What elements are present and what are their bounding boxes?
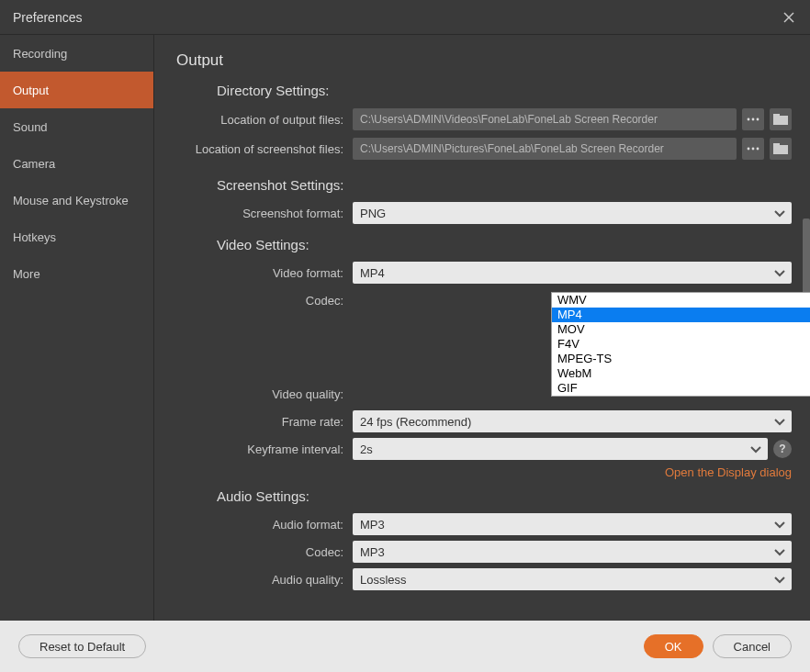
select-value: MP3 <box>360 545 385 559</box>
close-button[interactable] <box>781 9 797 26</box>
dropdown-option-wmv[interactable]: WMV <box>552 293 810 308</box>
sidebar-item-hotkeys[interactable]: Hotkeys <box>0 218 153 255</box>
chevron-down-icon <box>773 573 786 587</box>
sidebar-item-mouse-keystroke[interactable]: Mouse and Keystroke <box>0 182 153 218</box>
keyframe-interval-select[interactable]: 2s <box>353 438 768 460</box>
select-value: Lossless <box>360 573 407 587</box>
screenshot-browse-button[interactable] <box>742 138 764 160</box>
audio-codec-select[interactable]: MP3 <box>353 541 792 563</box>
help-icon[interactable]: ? <box>773 440 792 458</box>
screenshot-format-select[interactable]: PNG <box>353 202 792 224</box>
dropdown-option-mp4[interactable]: MP4 <box>552 308 810 322</box>
sidebar: Recording Output Sound Camera Mouse and … <box>0 35 154 621</box>
close-icon <box>782 11 795 24</box>
dropdown-option-mov[interactable]: MOV <box>552 322 810 337</box>
folder-icon <box>773 143 788 154</box>
section-title-video: Video Settings: <box>217 237 792 252</box>
video-format-label: Video format: <box>176 266 353 280</box>
sidebar-item-label: More <box>13 267 40 281</box>
svg-rect-11 <box>773 143 780 146</box>
select-value: 2s <box>360 442 373 456</box>
video-quality-label: Video quality: <box>176 387 353 401</box>
section-title-directory: Directory Settings: <box>217 83 792 98</box>
output-location-label: Location of output files: <box>176 113 353 127</box>
dropdown-option-f4v[interactable]: F4V <box>552 337 810 352</box>
sidebar-item-more[interactable]: More <box>0 255 153 292</box>
chevron-down-icon <box>773 207 786 220</box>
select-value: PNG <box>360 207 386 220</box>
screenshot-open-folder-button[interactable] <box>770 138 792 160</box>
sidebar-item-label: Recording <box>13 47 67 61</box>
sidebar-item-output[interactable]: Output <box>0 72 153 108</box>
ellipsis-icon <box>747 118 759 121</box>
footer: Reset to Default OK Cancel <box>0 621 810 672</box>
audio-quality-label: Audio quality: <box>176 573 353 587</box>
sidebar-item-label: Mouse and Keystroke <box>13 194 129 207</box>
svg-point-3 <box>752 118 755 121</box>
audio-format-label: Audio format: <box>176 518 353 532</box>
video-codec-label: Codec: <box>176 294 353 308</box>
sidebar-item-label: Sound <box>13 120 48 134</box>
cancel-button[interactable]: Cancel <box>713 634 792 658</box>
svg-rect-6 <box>773 114 780 117</box>
keyframe-interval-label: Keyframe interval: <box>176 442 353 456</box>
ok-button[interactable]: OK <box>644 634 703 658</box>
output-open-folder-button[interactable] <box>770 108 792 130</box>
sidebar-item-label: Output <box>13 84 49 97</box>
svg-point-4 <box>757 118 759 121</box>
sidebar-item-sound[interactable]: Sound <box>0 108 153 145</box>
dropdown-option-gif[interactable]: GIF <box>552 381 810 396</box>
page-title: Output <box>176 51 792 70</box>
svg-point-9 <box>757 148 759 151</box>
sidebar-item-camera[interactable]: Camera <box>0 145 153 182</box>
open-display-dialog-link[interactable]: Open the Display dialog <box>665 465 792 479</box>
sidebar-item-recording[interactable]: Recording <box>0 35 153 72</box>
button-label: Cancel <box>734 640 771 654</box>
dropdown-option-webm[interactable]: WebM <box>552 366 810 381</box>
audio-format-select[interactable]: MP3 <box>353 513 792 535</box>
audio-codec-label: Codec: <box>176 545 353 559</box>
sidebar-item-label: Camera <box>13 157 55 171</box>
screenshot-location-label: Location of screenshot files: <box>176 142 353 156</box>
chevron-down-icon <box>773 415 786 429</box>
reset-to-default-button[interactable]: Reset to Default <box>18 634 146 658</box>
chevron-down-icon <box>773 545 786 559</box>
sidebar-item-label: Hotkeys <box>13 230 56 244</box>
audio-quality-select[interactable]: Lossless <box>353 568 792 590</box>
title-bar: Preferences <box>0 0 810 35</box>
svg-point-7 <box>748 148 750 151</box>
dropdown-option-mpeg-ts[interactable]: MPEG-TS <box>552 352 810 366</box>
select-value: MP4 <box>360 266 385 280</box>
svg-point-2 <box>748 118 750 121</box>
frame-rate-select[interactable]: 24 fps (Recommend) <box>353 410 792 432</box>
section-title-screenshot: Screenshot Settings: <box>217 177 792 193</box>
button-label: Reset to Default <box>39 640 125 654</box>
svg-rect-10 <box>773 145 788 154</box>
svg-rect-5 <box>773 116 788 125</box>
select-value: MP3 <box>360 518 385 532</box>
chevron-down-icon <box>749 442 762 456</box>
screenshot-format-label: Screenshot format: <box>176 207 353 220</box>
screenshot-location-input[interactable] <box>353 138 737 160</box>
chevron-down-icon <box>773 266 786 280</box>
folder-icon <box>773 114 788 125</box>
section-title-audio: Audio Settings: <box>217 488 792 504</box>
select-value: 24 fps (Recommend) <box>360 415 471 429</box>
window-title: Preferences <box>13 10 82 25</box>
output-location-input[interactable] <box>353 108 737 130</box>
output-browse-button[interactable] <box>742 108 764 130</box>
svg-point-8 <box>752 148 755 151</box>
frame-rate-label: Frame rate: <box>176 415 353 429</box>
chevron-down-icon <box>773 518 786 532</box>
scrollbar-thumb[interactable] <box>803 218 810 301</box>
ellipsis-icon <box>747 147 759 151</box>
button-label: OK <box>665 640 682 654</box>
video-format-select[interactable]: MP4 <box>353 262 792 284</box>
content-pane: Output Directory Settings: Location of o… <box>154 35 810 621</box>
video-format-dropdown: WMV MP4 MOV F4V MPEG-TS WebM GIF <box>551 292 810 397</box>
